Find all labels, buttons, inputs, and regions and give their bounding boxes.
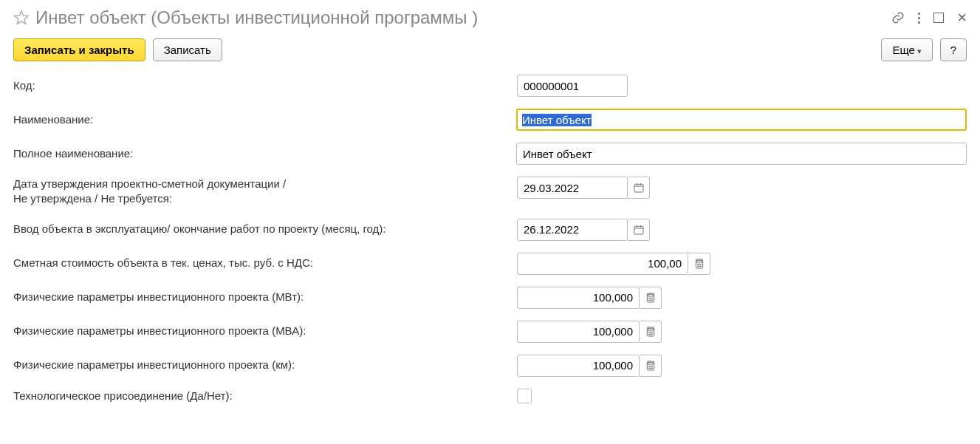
window-header: Инвет объект (Объекты инвестиционной про… — [13, 7, 967, 28]
calculator-icon — [645, 326, 657, 338]
code-label: Код: — [13, 78, 517, 93]
phys-km-label: Физические параметры инвестиционного про… — [13, 358, 517, 372]
phys-mva-input[interactable] — [517, 321, 640, 343]
close-icon[interactable]: × — [957, 13, 967, 23]
svg-point-34 — [651, 367, 652, 368]
commissioning-date-input[interactable] — [517, 219, 628, 241]
kebab-menu-icon[interactable] — [918, 13, 920, 24]
name-label: Наименование: — [13, 112, 516, 127]
phys-km-input[interactable] — [517, 355, 640, 377]
phys-mw-calc-button[interactable] — [640, 287, 662, 309]
more-button[interactable]: Еще — [881, 38, 933, 61]
phys-mva-label: Физические параметры инвестиционного про… — [13, 324, 517, 338]
svg-point-9 — [699, 265, 699, 266]
est-cost-input[interactable] — [517, 253, 688, 275]
help-button[interactable]: ? — [940, 38, 967, 61]
svg-rect-20 — [648, 328, 653, 330]
phys-mw-input[interactable] — [517, 287, 640, 309]
page-title: Инвет объект (Объекты инвестиционной про… — [35, 7, 891, 28]
code-input[interactable] — [517, 75, 628, 97]
full-name-input[interactable] — [516, 143, 967, 165]
svg-rect-4 — [696, 260, 702, 262]
svg-point-29 — [648, 366, 649, 366]
svg-point-25 — [650, 333, 651, 334]
svg-marker-0 — [15, 11, 28, 24]
svg-point-31 — [651, 366, 652, 366]
save-and-close-button[interactable]: Записать и закрыть — [13, 38, 145, 61]
name-input[interactable]: Инвет объект — [516, 109, 967, 131]
svg-point-32 — [648, 367, 649, 368]
svg-point-14 — [650, 298, 651, 298]
maximize-icon[interactable] — [933, 13, 944, 23]
save-button[interactable]: Записать — [153, 38, 222, 61]
calendar-icon — [633, 182, 645, 194]
approval-date-label: Дата утверждения проектно-сметной докуме… — [13, 177, 517, 207]
svg-point-17 — [650, 299, 651, 300]
svg-rect-2 — [634, 226, 643, 234]
toolbar: Записать и закрыть Записать Еще ? — [13, 38, 967, 61]
name-input-selection: Инвет объект — [522, 114, 592, 126]
svg-point-24 — [648, 333, 649, 334]
calculator-icon — [645, 292, 657, 304]
est-cost-calc-button[interactable] — [688, 253, 710, 275]
commissioning-label: Ввод объекта в эксплуатацию/ окончание р… — [13, 222, 517, 236]
svg-point-22 — [650, 332, 651, 332]
svg-rect-1 — [634, 184, 643, 192]
calculator-icon — [645, 360, 657, 372]
phys-mw-label: Физические параметры инвестиционного про… — [13, 290, 517, 304]
commissioning-date-picker-button[interactable] — [628, 219, 650, 241]
favorite-star-icon[interactable] — [13, 10, 30, 26]
svg-point-16 — [648, 299, 649, 300]
svg-point-10 — [700, 265, 701, 266]
calendar-icon — [633, 224, 645, 236]
svg-point-15 — [651, 298, 652, 298]
phys-mva-calc-button[interactable] — [640, 321, 662, 343]
svg-rect-12 — [648, 294, 653, 296]
link-icon[interactable] — [891, 11, 905, 24]
svg-point-21 — [648, 332, 649, 332]
svg-point-26 — [651, 333, 652, 334]
svg-point-33 — [650, 367, 651, 368]
svg-point-7 — [700, 264, 701, 264]
est-cost-label: Сметная стоимость объекта в тек. ценах, … — [13, 256, 517, 270]
calculator-icon — [693, 258, 705, 270]
svg-point-30 — [650, 366, 651, 366]
svg-point-5 — [697, 264, 698, 264]
tech-conn-checkbox[interactable] — [517, 389, 532, 403]
svg-point-6 — [699, 264, 699, 264]
approval-date-input[interactable] — [517, 177, 628, 199]
svg-point-18 — [651, 299, 652, 300]
phys-km-calc-button[interactable] — [640, 355, 662, 377]
approval-date-picker-button[interactable] — [628, 177, 650, 199]
svg-point-23 — [651, 332, 652, 332]
tech-conn-label: Технологическое присоединение (Да/Нет): — [13, 389, 517, 403]
svg-rect-28 — [648, 362, 653, 364]
svg-point-13 — [648, 298, 649, 298]
full-name-label: Полное наименование: — [13, 146, 516, 161]
svg-point-8 — [697, 265, 698, 266]
